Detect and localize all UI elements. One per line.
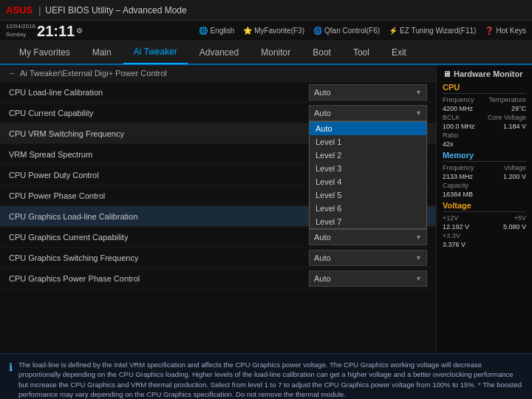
setting-value-0: Auto ▼: [309, 84, 427, 100]
dropdown-option-level7[interactable]: Level 7: [310, 215, 426, 228]
setting-label-0: CPU Load-line Calibration: [9, 88, 309, 97]
chevron-down-icon: ▼: [415, 275, 422, 282]
cpu-temp-label: Temperature: [488, 96, 526, 103]
mem-cap-label: Capacity: [443, 182, 468, 189]
volt-5-value: 5.080 V: [503, 223, 526, 231]
language-link[interactable]: 🌐 English: [199, 27, 234, 35]
dropdown-option-auto[interactable]: Auto: [310, 122, 426, 135]
cpu-ratio-value-row: 42x: [443, 140, 526, 148]
mem-cap-value-row: 16384 MB: [443, 191, 526, 198]
topbar-links: 🌐 English ⭐ MyFavorite(F3) 🌀 Qfan Contro…: [199, 27, 526, 35]
cpu-frequency-row: Frequency Temperature: [443, 96, 526, 103]
hotkeys-link[interactable]: ❓ Hot Keys: [485, 27, 526, 35]
menu-favorites[interactable]: My Favorites: [9, 41, 81, 64]
menu-exit[interactable]: Exit: [381, 41, 417, 64]
chevron-down-icon: ▼: [415, 89, 422, 96]
volt-33-value-row: 3.376 V: [443, 241, 526, 248]
cpu-section-title: CPU: [443, 83, 526, 94]
settings-list: CPU Load-line Calibration Auto ▼ CPU Cur…: [0, 82, 436, 289]
table-row: CPU Graphics Current Capability Auto ▼: [0, 227, 436, 248]
myfavorite-link[interactable]: ⭐ MyFavorite(F3): [243, 27, 304, 35]
dropdown-btn-9[interactable]: Auto ▼: [309, 270, 427, 287]
time-display: 21:11: [37, 24, 75, 38]
mem-cap-label-row: Capacity: [443, 182, 526, 189]
cpu-corevolt-value: 1.184 V: [503, 123, 526, 130]
table-row: CPU Graphics Power Phase Control Auto ▼: [0, 268, 436, 289]
info-text: The load-line is defined by the Intel VR…: [18, 360, 523, 399]
dropdown-value-9: Auto: [314, 274, 331, 283]
volt-33-label: +3.3V: [443, 232, 460, 239]
cpu-bclk-value: 100.0 MHz: [443, 123, 475, 130]
bios-title: UEFI BIOS Utility – Advanced Mode: [45, 5, 186, 16]
cpu-bclk-row: BCLK Core Voltage: [443, 114, 526, 121]
breadcrumb-arrow: ←: [9, 69, 17, 78]
volt-12-label: +12V: [443, 214, 458, 222]
menu-boot[interactable]: Boot: [302, 41, 341, 64]
mem-freq-value: 2133 MHz: [443, 173, 473, 180]
setting-value-7: Auto ▼: [309, 229, 427, 245]
mem-volt-value: 1.200 V: [503, 173, 526, 180]
setting-label-7: CPU Graphics Current Capability: [9, 233, 309, 242]
monitor-icon: 🖥: [443, 69, 451, 78]
mem-cap-value: 16384 MB: [443, 191, 473, 198]
dropdown-value-0: Auto: [314, 88, 331, 97]
dropdown-option-level5[interactable]: Level 5: [310, 188, 426, 202]
setting-label-1: CPU Current Capability: [9, 109, 309, 117]
dropdown-option-level3[interactable]: Level 3: [310, 162, 426, 175]
menu-aitweaker[interactable]: Ai Tweaker: [123, 41, 188, 64]
dropdown-btn-7[interactable]: Auto ▼: [309, 229, 427, 245]
cpu-corevolt-label: Core Voltage: [488, 114, 526, 121]
day-value: Sunday: [6, 31, 35, 38]
myfavorite-label: MyFavorite(F3): [254, 27, 304, 35]
volt-33-value: 3.376 V: [443, 241, 466, 248]
cpu-temp-value: 29°C: [511, 105, 526, 112]
dropdown-btn-1[interactable]: Auto ▼: [309, 105, 427, 121]
dropdown-btn-8[interactable]: Auto ▼: [309, 250, 427, 266]
setting-value-9: Auto ▼: [309, 270, 427, 287]
dropdown-option-level2[interactable]: Level 2: [310, 149, 426, 162]
topbar: 12/04/2016 Sunday 21:11 ⚙ 🌐 English ⭐ My…: [0, 21, 532, 41]
date-value: 12/04/2016: [6, 23, 35, 30]
menu-monitor[interactable]: Monitor: [250, 41, 301, 64]
asus-logo: ASUS: [6, 4, 33, 16]
mem-freq-value-row: 2133 MHz 1.200 V: [443, 173, 526, 180]
volt-12-value-row: 12.192 V 5.080 V: [443, 223, 526, 231]
left-panel: ← Ai Tweaker\External Digi+ Power Contro…: [0, 65, 436, 353]
title-separator: |: [38, 5, 41, 16]
cpu-bclk-label: BCLK: [443, 114, 460, 121]
dropdown-btn-0[interactable]: Auto ▼: [309, 84, 427, 100]
dropdown-value-1: Auto: [314, 109, 331, 117]
hotkeys-label: Hot Keys: [496, 27, 526, 35]
dropdown-value-7: Auto: [314, 233, 331, 242]
info-panel: ℹ The load-line is defined by the Intel …: [0, 353, 532, 399]
table-row: CPU Current Capability Auto ▼ Auto Level…: [0, 103, 436, 123]
chevron-down-icon: ▼: [415, 233, 422, 241]
mem-freq-label: Frequency: [443, 164, 474, 171]
language-label: English: [210, 27, 234, 35]
menu-tool[interactable]: Tool: [343, 41, 380, 64]
cpu-ratio-label-row: Ratio: [443, 132, 526, 139]
mem-freq-label-row: Frequency Voltage: [443, 164, 526, 171]
mem-volt-label: Voltage: [504, 164, 526, 171]
dropdown-option-level6[interactable]: Level 6: [310, 202, 426, 215]
eztuning-label: EZ Tuning Wizard(F11): [400, 27, 476, 35]
breadcrumb-path: Ai Tweaker\External Digi+ Power Control: [20, 69, 167, 78]
qfan-link[interactable]: 🌀 Qfan Control(F6): [313, 27, 380, 35]
setting-label-6: CPU Graphics Load-line Calibration: [9, 212, 309, 221]
menu-main[interactable]: Main: [82, 41, 122, 64]
cpu-ratio-label: Ratio: [443, 132, 458, 139]
hw-title-text: Hardware Monitor: [454, 69, 523, 78]
cpu-ratio-value: 42x: [443, 140, 454, 148]
volt-12-label-row: +12V +5V: [443, 214, 526, 222]
memory-section-title: Memory: [443, 151, 526, 162]
eztuning-link[interactable]: ⚡ EZ Tuning Wizard(F11): [389, 27, 476, 35]
settings-icon[interactable]: ⚙: [76, 27, 83, 35]
cpu-freq-label: Frequency: [443, 96, 474, 103]
dropdown-option-level4[interactable]: Level 4: [310, 175, 426, 188]
menu-advanced[interactable]: Advanced: [189, 41, 249, 64]
info-icon: ℹ: [9, 361, 13, 399]
dropdown-option-level1[interactable]: Level 1: [310, 135, 426, 149]
volt-12-value: 12.192 V: [443, 223, 469, 231]
hardware-monitor-title: 🖥 Hardware Monitor: [443, 69, 526, 78]
setting-value-8: Auto ▼: [309, 250, 427, 266]
